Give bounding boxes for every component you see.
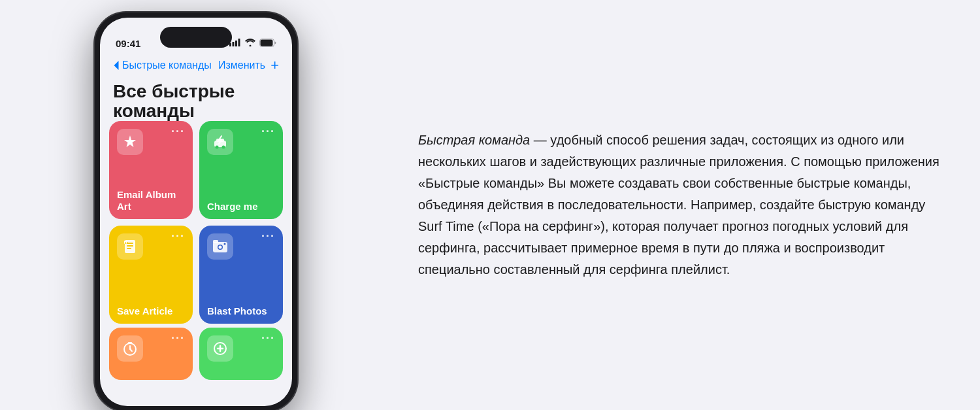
- card-top-save: AZ ···: [117, 233, 185, 260]
- phone-frame: 09:41: [95, 12, 297, 411]
- card-top-timer: ···: [117, 335, 185, 362]
- card-icon-add: [207, 335, 233, 362]
- svg-point-19: [224, 243, 226, 245]
- back-label: Быстрые команды: [122, 60, 212, 71]
- card-label-blast: Blast Photos: [207, 305, 275, 317]
- svg-point-18: [219, 245, 222, 248]
- card-menu-save[interactable]: ···: [171, 233, 185, 239]
- card-top-blast: ···: [207, 233, 275, 260]
- text-panel: Быстрая команда — удобный способ решения…: [379, 103, 980, 307]
- shortcut-save-article[interactable]: AZ ··· Save Article: [109, 226, 193, 324]
- svg-point-9: [222, 145, 225, 148]
- card-top: ···: [117, 129, 185, 155]
- card-menu-charge[interactable]: ···: [261, 129, 275, 135]
- svg-rect-2: [235, 41, 237, 46]
- card-menu-add[interactable]: ···: [261, 335, 275, 341]
- card-icon-blast: [207, 233, 233, 260]
- nav-actions: Изменить +: [218, 57, 279, 74]
- edit-button[interactable]: Изменить: [218, 60, 265, 71]
- svg-rect-12: [127, 245, 133, 247]
- card-icon-sparkle: [117, 129, 143, 155]
- card-top-charge: ···: [207, 129, 275, 155]
- card-menu-email[interactable]: ···: [171, 129, 185, 135]
- phone-container: 09:41: [0, 0, 379, 410]
- shortcut-charge-me[interactable]: ··· Charge me: [199, 121, 283, 219]
- screen-title: Все быстрые команды: [113, 82, 283, 122]
- card-label-charge: Charge me: [207, 201, 275, 213]
- svg-rect-20: [213, 240, 218, 243]
- description-text: Быстрая команда — удобный способ решения…: [418, 129, 941, 281]
- svg-point-8: [216, 145, 219, 148]
- card-icon-timer: [117, 335, 143, 362]
- svg-rect-22: [128, 342, 132, 343]
- status-icons: [229, 39, 276, 49]
- shortcuts-grid: ··· Email Album Art: [109, 121, 283, 324]
- svg-rect-0: [229, 43, 231, 46]
- add-button[interactable]: +: [270, 57, 279, 74]
- svg-rect-1: [233, 42, 235, 46]
- svg-rect-3: [238, 39, 240, 46]
- status-time: 09:41: [116, 38, 140, 49]
- svg-rect-13: [127, 248, 131, 249]
- battery-icon: [259, 39, 276, 49]
- bottom-row: ··· ···: [109, 328, 283, 380]
- dynamic-island: [160, 27, 232, 48]
- svg-rect-5: [261, 39, 273, 46]
- card-label-email: Email Album Art: [117, 189, 185, 213]
- card-top-add: ···: [207, 335, 275, 362]
- phone-screen: 09:41: [100, 18, 292, 406]
- shortcut-email-album-art[interactable]: ··· Email Album Art: [109, 121, 193, 219]
- nav-bar: Быстрые команды Изменить +: [100, 54, 292, 77]
- card-menu-timer[interactable]: ···: [171, 335, 185, 341]
- card-icon-save: AZ: [117, 233, 143, 260]
- back-button[interactable]: Быстрые команды: [113, 60, 212, 71]
- svg-text:AZ: AZ: [125, 241, 129, 245]
- shortcut-timer[interactable]: ···: [109, 328, 193, 380]
- card-icon-charge: [207, 129, 233, 155]
- card-menu-blast[interactable]: ···: [261, 233, 275, 239]
- shortcut-add[interactable]: ···: [199, 328, 283, 380]
- shortcut-blast-photos[interactable]: ··· Blast Photos: [199, 226, 283, 324]
- wifi-icon: [245, 39, 255, 48]
- card-label-save: Save Article: [117, 305, 185, 317]
